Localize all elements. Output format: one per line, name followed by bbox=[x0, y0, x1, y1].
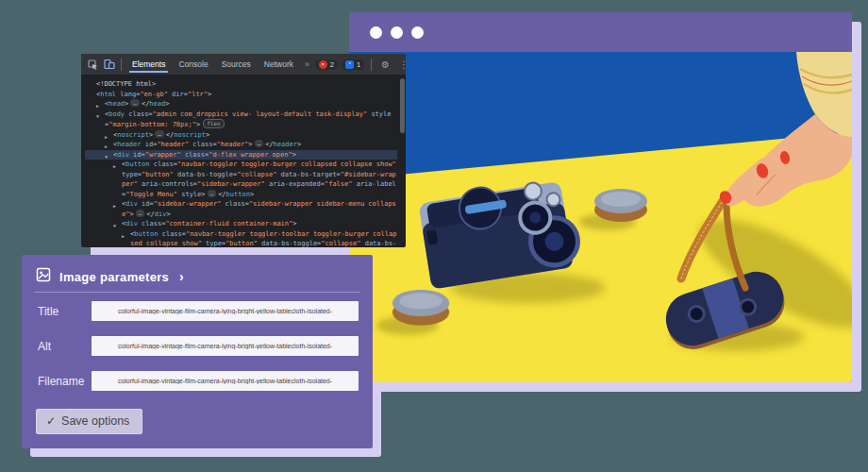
filename-field[interactable] bbox=[92, 371, 359, 391]
tab-network[interactable]: Network bbox=[259, 56, 299, 73]
save-options-label: Save options bbox=[61, 414, 129, 428]
film-canister bbox=[392, 290, 449, 326]
code-line[interactable]: <html lang="en-gb" dir="ltr"> bbox=[85, 90, 397, 100]
expand-arrow-icon[interactable]: ▶ bbox=[113, 201, 116, 211]
alt-field-label: Alt bbox=[38, 340, 51, 353]
inspect-element-icon[interactable] bbox=[86, 58, 100, 72]
devtools-window: Elements Console Sources Network » × 2 ❛… bbox=[81, 54, 406, 247]
code-line[interactable]: ▶<noscript>…</noscript> bbox=[85, 130, 397, 141]
page-background: Elements Console Sources Network » × 2 ❛… bbox=[0, 0, 868, 472]
code-line[interactable]: ▶<head>…</head> bbox=[85, 99, 397, 110]
check-icon: ✓ bbox=[46, 414, 56, 428]
code-line[interactable]: ▼<div class="container-fluid container-m… bbox=[85, 219, 397, 229]
tab-console[interactable]: Console bbox=[173, 56, 213, 73]
title-field-label: Title bbox=[38, 305, 58, 318]
window-dot bbox=[391, 26, 403, 39]
film-canister bbox=[594, 189, 647, 222]
panel-title: Image parameters bbox=[59, 270, 169, 284]
chevron-right-icon: › bbox=[179, 269, 184, 284]
device-toolbar-icon[interactable] bbox=[102, 58, 116, 72]
save-options-button[interactable]: ✓ Save options bbox=[36, 409, 142, 434]
issues-count-badge[interactable]: ❛ 1 bbox=[342, 59, 364, 70]
image-parameters-header[interactable]: Image parameters › bbox=[22, 255, 373, 295]
photo-vintage-cameras bbox=[349, 52, 852, 382]
code-line[interactable]: ▼<body class="admin com_droppics view- l… bbox=[85, 110, 397, 130]
filename-field-label: Filename bbox=[38, 375, 84, 388]
code-line[interactable]: ▶<div id="sidebar-wrapper" class="sideba… bbox=[85, 199, 397, 219]
title-field[interactable] bbox=[92, 301, 359, 321]
devtools-toolbar: Elements Console Sources Network » × 2 ❛… bbox=[81, 54, 406, 76]
error-count-badge[interactable]: × 2 bbox=[315, 59, 338, 70]
issues-icon: ❛ bbox=[345, 60, 354, 69]
code-line[interactable]: ▶<header id="header" class="header">…</h… bbox=[85, 140, 397, 150]
image-parameters-panel: Image parameters › Title Alt Filename ✓ … bbox=[22, 255, 373, 448]
code-line[interactable]: ▶<button class="navbar-toggler toggler-b… bbox=[85, 160, 397, 199]
collapse-arrow-icon[interactable]: ▼ bbox=[96, 111, 99, 122]
tab-sources[interactable]: Sources bbox=[216, 56, 257, 73]
tab-elements[interactable]: Elements bbox=[126, 56, 171, 73]
kebab-menu-icon[interactable]: ⋮ bbox=[396, 59, 406, 70]
devtools-scrollbar[interactable] bbox=[400, 78, 405, 133]
panel-divider bbox=[34, 292, 360, 293]
error-icon: × bbox=[319, 60, 327, 69]
alt-field[interactable] bbox=[92, 336, 359, 356]
code-line[interactable]: ▼<div id="wrapper" class="d-flex wrapper… bbox=[85, 150, 397, 160]
expand-arrow-icon[interactable]: ▶ bbox=[122, 231, 125, 242]
settings-gear-icon[interactable]: ⚙ bbox=[378, 59, 392, 70]
code-line[interactable]: ▶<button class="navbar-toggler toggler-t… bbox=[85, 229, 397, 248]
toolbar-divider bbox=[121, 59, 122, 71]
image-icon bbox=[36, 267, 51, 286]
devtools-code: <!DOCTYPE html><html lang="en-gb" dir="l… bbox=[81, 76, 406, 247]
more-tabs-icon[interactable]: » bbox=[301, 59, 313, 69]
code-line[interactable]: <!DOCTYPE html> bbox=[85, 79, 397, 90]
browser-titlebar bbox=[349, 12, 852, 52]
window-dot bbox=[411, 26, 424, 39]
browser-window bbox=[349, 12, 852, 382]
expand-arrow-icon[interactable]: ▶ bbox=[113, 161, 116, 172]
toolbar-divider bbox=[371, 59, 372, 71]
window-dot bbox=[370, 26, 382, 39]
